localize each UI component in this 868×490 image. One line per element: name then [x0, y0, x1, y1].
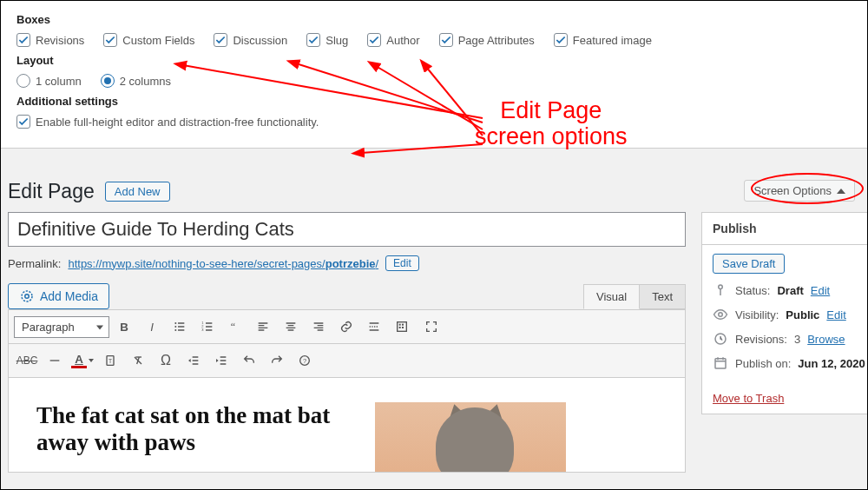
- keyboard-shortcuts-button[interactable]: ?: [292, 348, 318, 374]
- svg-text:?: ?: [303, 357, 306, 365]
- checkmark-icon: [554, 33, 568, 47]
- italic-button[interactable]: I: [139, 314, 165, 340]
- horizontal-line-button[interactable]: [42, 348, 68, 374]
- svg-point-18: [719, 285, 723, 289]
- svg-text:3: 3: [201, 328, 204, 332]
- one-column-radio[interactable]: 1 column: [16, 74, 82, 88]
- clear-formatting-button[interactable]: [125, 348, 151, 374]
- fullscreen-button[interactable]: [418, 314, 444, 340]
- checkmark-icon: [214, 33, 227, 47]
- paste-text-button[interactable]: T: [97, 348, 123, 374]
- content-heading: The fat cat sat on the mat bat away with…: [36, 402, 349, 456]
- edit-status-link[interactable]: Edit: [811, 284, 830, 297]
- checkmark-icon: [16, 115, 30, 129]
- svg-point-3: [174, 326, 176, 328]
- checkbox-label: Author: [386, 34, 419, 47]
- radio-label: 2 columns: [120, 75, 171, 88]
- move-to-trash-link[interactable]: Move to Trash: [713, 392, 784, 405]
- edit-permalink-button[interactable]: Edit: [385, 255, 419, 271]
- checkbox-label: Discussion: [233, 34, 287, 47]
- post-title-input[interactable]: [8, 212, 686, 247]
- publish-on-value: Jun 12, 2020 at 0: [798, 357, 868, 370]
- save-draft-button[interactable]: Save Draft: [713, 254, 785, 274]
- publish-header: Publish: [702, 213, 867, 245]
- align-center-button[interactable]: [278, 314, 304, 340]
- revisions-label: Revisions:: [735, 333, 787, 346]
- align-left-button[interactable]: [250, 314, 276, 340]
- publish-body: Save Draft Status: Draft Edit Visibility…: [702, 245, 867, 414]
- columns: Permalink: https://mywp.site/nothing-to-…: [8, 212, 867, 473]
- visibility-label: Visibility:: [735, 308, 779, 321]
- checkmark-icon: [439, 33, 453, 47]
- permalink-trail: /: [375, 257, 378, 270]
- strikethrough-button[interactable]: ABC: [14, 348, 40, 374]
- outdent-button[interactable]: [181, 348, 207, 374]
- permalink-base: https://mywp.site/nothing-to-see-here/se…: [68, 257, 325, 270]
- main-area: Edit Page Add New Permalink: https://myw…: [1, 149, 867, 473]
- svg-rect-11: [402, 324, 404, 326]
- visual-tab[interactable]: Visual: [583, 284, 640, 309]
- page-attributes-checkbox[interactable]: Page Attributes: [439, 33, 535, 47]
- discussion-checkbox[interactable]: Discussion: [214, 33, 287, 47]
- bold-button[interactable]: B: [111, 314, 137, 340]
- link-button[interactable]: [333, 314, 359, 340]
- status-row: Status: Draft Edit: [713, 282, 857, 298]
- text-color-button[interactable]: A: [69, 348, 95, 374]
- calendar-icon: [713, 355, 728, 371]
- svg-point-1: [25, 295, 30, 299]
- checkmark-icon: [306, 33, 320, 47]
- page-header: Edit Page Add New: [8, 180, 867, 203]
- boxes-heading: Boxes: [16, 13, 852, 26]
- chevron-down-icon: [89, 359, 94, 362]
- paragraph-format-select[interactable]: Paragraph: [14, 316, 109, 338]
- featured-image-checkbox[interactable]: Featured image: [554, 33, 652, 47]
- two-columns-radio[interactable]: 2 columns: [101, 74, 171, 88]
- media-row: Add Media Visual Text: [8, 283, 686, 309]
- checkmark-icon: [16, 33, 30, 47]
- radio-selected-icon: [101, 74, 115, 88]
- editor-content[interactable]: The fat cat sat on the mat bat away with…: [8, 378, 686, 473]
- publish-on-label: Publish on:: [735, 357, 791, 370]
- svg-rect-21: [715, 359, 726, 368]
- add-new-button[interactable]: Add New: [105, 182, 170, 202]
- blockquote-button[interactable]: “: [222, 314, 248, 340]
- svg-point-4: [174, 329, 176, 331]
- bullet-list-button[interactable]: [167, 314, 193, 340]
- author-checkbox[interactable]: Author: [367, 33, 419, 47]
- read-more-button[interactable]: [361, 314, 387, 340]
- checkmark-icon: [367, 33, 381, 47]
- custom-fields-checkbox[interactable]: Custom Fields: [103, 33, 194, 47]
- edit-visibility-link[interactable]: Edit: [826, 308, 845, 321]
- pin-icon: [713, 282, 728, 298]
- permalink-row: Permalink: https://mywp.site/nothing-to-…: [8, 255, 686, 271]
- editor-tabs: Visual Text: [584, 284, 686, 309]
- add-media-label: Add Media: [40, 289, 98, 303]
- svg-point-2: [174, 322, 176, 324]
- svg-rect-10: [399, 324, 401, 326]
- browse-revisions-link[interactable]: Browse: [807, 333, 845, 346]
- special-character-button[interactable]: Ω: [153, 348, 179, 374]
- content-image[interactable]: [375, 402, 566, 472]
- checkbox-label: Featured image: [573, 34, 652, 47]
- status-value: Draft: [777, 284, 803, 297]
- numbered-list-button[interactable]: 123: [194, 314, 220, 340]
- permalink-label: Permalink:: [8, 257, 61, 270]
- slug-checkbox[interactable]: Slug: [306, 33, 348, 47]
- revisions-icon: [713, 331, 728, 347]
- add-media-button[interactable]: Add Media: [8, 283, 109, 309]
- text-tab[interactable]: Text: [639, 284, 686, 309]
- paragraph-label: Paragraph: [22, 321, 75, 334]
- revisions-checkbox[interactable]: Revisions: [16, 33, 84, 47]
- layout-heading: Layout: [16, 54, 852, 67]
- boxes-row: Revisions Custom Fields Discussion Slug …: [16, 33, 852, 47]
- full-height-editor-checkbox[interactable]: Enable full-height editor and distractio…: [16, 115, 319, 129]
- undo-button[interactable]: [236, 348, 262, 374]
- revisions-row: Revisions: 3 Browse: [713, 331, 857, 347]
- indent-button[interactable]: [208, 348, 234, 374]
- align-right-button[interactable]: [306, 314, 332, 340]
- permalink-url[interactable]: https://mywp.site/nothing-to-see-here/se…: [68, 257, 378, 270]
- publish-metabox: Publish Save Draft Status: Draft Edit Vi…: [701, 212, 868, 414]
- toolbar-toggle-button[interactable]: [389, 314, 415, 340]
- additional-row: Enable full-height editor and distractio…: [16, 115, 852, 129]
- redo-button[interactable]: [264, 348, 290, 374]
